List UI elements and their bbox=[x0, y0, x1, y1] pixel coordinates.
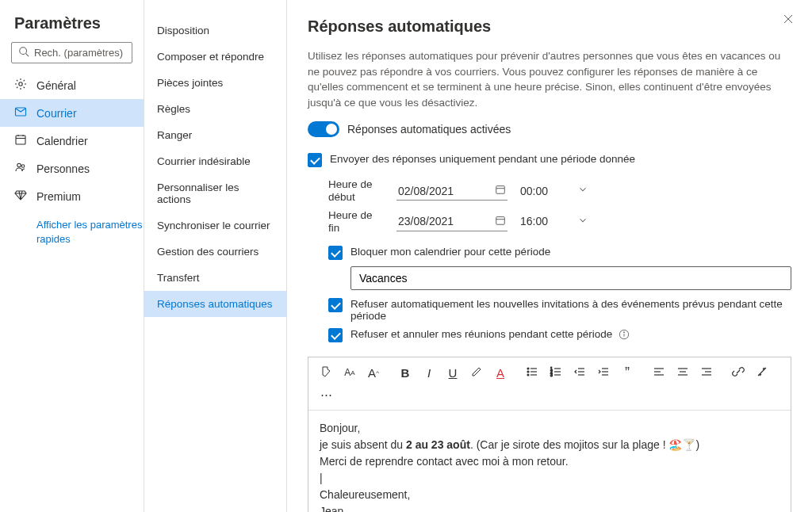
calendar-icon bbox=[495, 184, 506, 197]
svg-rect-12 bbox=[496, 186, 505, 194]
svg-point-8 bbox=[17, 163, 21, 166]
align-left-icon bbox=[653, 365, 665, 380]
unlink-icon bbox=[756, 365, 768, 380]
align-center-button[interactable] bbox=[673, 364, 692, 381]
svg-point-0 bbox=[20, 48, 27, 55]
sidebar-item-mail[interactable]: Courrier bbox=[0, 99, 144, 127]
sidebar-item-label: Général bbox=[36, 79, 76, 92]
subnav-item-attachments[interactable]: Pièces jointes bbox=[144, 70, 286, 96]
subnav-item-rules[interactable]: Règles bbox=[144, 96, 286, 122]
indent-button[interactable] bbox=[594, 364, 613, 381]
numbered-list-icon: 123 bbox=[550, 365, 562, 380]
link-icon bbox=[732, 365, 745, 380]
svg-point-21 bbox=[527, 374, 529, 376]
sidebar-item-general[interactable]: Général bbox=[0, 71, 144, 99]
align-right-icon bbox=[700, 365, 713, 380]
align-left-button[interactable] bbox=[649, 364, 668, 381]
decline-cancel-checkbox[interactable] bbox=[328, 328, 343, 342]
subnav-item-compose[interactable]: Composer et répondre bbox=[144, 44, 286, 70]
subnav-item-layout[interactable]: Disposition bbox=[144, 17, 286, 44]
settings-sidebar: Paramètres Rech. (paramètres) Général Co… bbox=[0, 0, 144, 512]
align-center-icon bbox=[676, 365, 689, 380]
sidebar-item-calendar[interactable]: Calendrier bbox=[0, 127, 144, 155]
underline-button[interactable]: U bbox=[443, 364, 462, 381]
info-icon[interactable] bbox=[619, 329, 630, 340]
start-time-label: Heure de début bbox=[328, 178, 385, 204]
people-icon bbox=[14, 161, 27, 176]
decline-new-checkbox[interactable] bbox=[328, 298, 343, 312]
sidebar-item-label: Personnes bbox=[36, 162, 90, 175]
italic-button[interactable]: I bbox=[419, 364, 439, 381]
search-placeholder: Rech. (paramètres) bbox=[34, 47, 123, 59]
bullet-list-button[interactable] bbox=[523, 364, 542, 381]
subnav-item-forwarding[interactable]: Transfert bbox=[144, 265, 286, 291]
diamond-icon bbox=[14, 189, 27, 204]
sidebar-item-label: Premium bbox=[36, 190, 81, 203]
period-checkbox-label: Envoyer des réponses uniquement pendant … bbox=[330, 153, 635, 165]
subnav-item-sweep[interactable]: Ranger bbox=[144, 122, 286, 148]
sidebar-item-premium[interactable]: Premium bbox=[0, 182, 144, 210]
close-icon bbox=[782, 15, 795, 28]
unlink-button[interactable] bbox=[753, 364, 772, 381]
block-calendar-checkbox[interactable] bbox=[328, 246, 343, 260]
autoreply-toggle[interactable] bbox=[308, 121, 339, 137]
quick-settings-link[interactable]: Afficher les paramètres rapides bbox=[0, 210, 144, 246]
start-time-input[interactable]: 00:00 bbox=[519, 181, 590, 201]
search-input[interactable]: Rech. (paramètres) bbox=[11, 42, 132, 63]
search-icon bbox=[18, 46, 29, 59]
period-checkbox[interactable] bbox=[308, 153, 322, 167]
panel-description: Utilisez les réponses automatiques pour … bbox=[308, 48, 791, 110]
end-time-label: Heure de fin bbox=[328, 209, 385, 235]
svg-point-2 bbox=[19, 82, 22, 86]
more-button[interactable]: ⋯ bbox=[316, 386, 335, 403]
format-painter-button[interactable] bbox=[316, 364, 335, 381]
outdent-button[interactable] bbox=[570, 364, 589, 381]
link-button[interactable] bbox=[729, 364, 748, 381]
svg-rect-4 bbox=[16, 136, 25, 144]
end-time-input[interactable]: 16:00 bbox=[519, 212, 590, 231]
highlight-button[interactable] bbox=[467, 364, 486, 381]
message-body[interactable]: Bonjour, je suis absent du 2 au 23 août.… bbox=[308, 411, 791, 512]
bold-button[interactable]: B bbox=[396, 364, 415, 381]
message-editor: AA A^ B I U A 123 ” ⋯ Bonjour, je suis bbox=[308, 357, 791, 512]
chevron-down-icon bbox=[577, 184, 588, 197]
main-panel: Réponses automatiques Utilisez les répon… bbox=[287, 0, 812, 512]
sidebar-item-label: Courrier bbox=[36, 107, 77, 120]
subnav-item-handling[interactable]: Gestion des courriers bbox=[144, 239, 286, 265]
svg-line-1 bbox=[26, 54, 29, 57]
bullet-list-icon bbox=[526, 365, 538, 380]
sidebar-item-people[interactable]: Personnes bbox=[0, 155, 144, 182]
chevron-down-icon bbox=[577, 215, 588, 228]
highlight-icon bbox=[470, 365, 483, 380]
svg-point-19 bbox=[527, 368, 529, 369]
sidebar-item-label: Calendrier bbox=[36, 135, 88, 147]
mail-icon bbox=[14, 105, 27, 120]
calendar-icon bbox=[495, 215, 506, 228]
gear-icon bbox=[14, 78, 27, 93]
subnav-item-customize[interactable]: Personnaliser les actions bbox=[144, 174, 286, 212]
subnav-item-junk[interactable]: Courrier indésirable bbox=[144, 148, 286, 174]
end-date-input[interactable]: 23/08/2021 bbox=[396, 212, 508, 231]
indent-icon bbox=[597, 365, 610, 380]
decline-cancel-label: Refuser et annuler mes réunions pendant … bbox=[350, 328, 630, 340]
block-calendar-label: Bloquer mon calendrier pour cette périod… bbox=[350, 246, 550, 258]
align-right-button[interactable] bbox=[697, 364, 716, 381]
autoreply-toggle-label: Réponses automatiques activées bbox=[347, 123, 511, 136]
close-button[interactable] bbox=[782, 13, 795, 28]
font-size-down-button[interactable]: AA bbox=[340, 364, 359, 381]
subnav-item-sync[interactable]: Synchroniser le courrier bbox=[144, 212, 286, 239]
font-size-up-button[interactable]: A^ bbox=[364, 364, 383, 381]
block-calendar-subject-input[interactable] bbox=[350, 266, 791, 290]
numbered-list-button[interactable]: 123 bbox=[546, 364, 565, 381]
quote-button[interactable]: ” bbox=[618, 364, 637, 381]
svg-point-18 bbox=[623, 332, 624, 333]
font-color-button[interactable]: A bbox=[491, 364, 510, 381]
svg-text:3: 3 bbox=[550, 373, 553, 377]
panel-heading: Réponses automatiques bbox=[308, 17, 791, 36]
subnav-item-autoreply[interactable]: Réponses automatiques bbox=[144, 291, 286, 317]
outdent-icon bbox=[573, 365, 586, 380]
start-date-input[interactable]: 02/08/2021 bbox=[396, 181, 508, 201]
svg-point-9 bbox=[21, 165, 25, 168]
mail-settings-subnav: Disposition Composer et répondre Pièces … bbox=[144, 0, 287, 512]
more-icon: ⋯ bbox=[320, 388, 332, 402]
